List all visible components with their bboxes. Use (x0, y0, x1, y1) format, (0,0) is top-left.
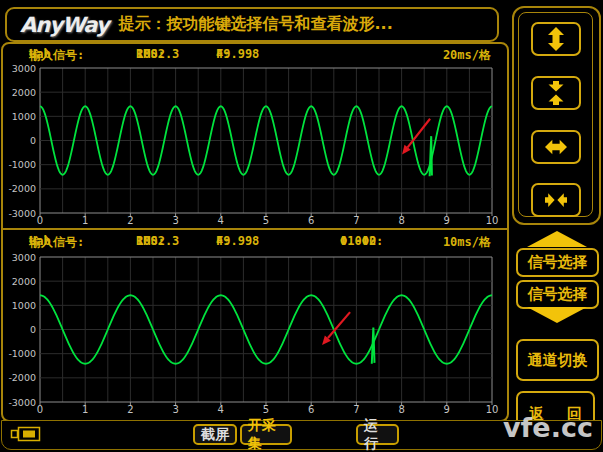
signal-select-up-button[interactable]: 信号选择 (516, 248, 599, 277)
horizontal-compress-button[interactable] (531, 183, 581, 217)
run-button[interactable]: 运行 (356, 424, 399, 445)
svg-text:9: 9 (444, 404, 450, 415)
signal-select-up-arrow-icon[interactable] (527, 231, 587, 247)
svg-text:1: 1 (82, 404, 88, 415)
run-label: 运行 (364, 417, 391, 452)
svg-text:1000: 1000 (12, 111, 36, 122)
svg-text:3000: 3000 (12, 252, 36, 263)
instrument-screen: AnyWay 提示：按功能键选择信号和查看波形... 输入信号:Uab RMS:… (0, 0, 603, 452)
svg-text:3: 3 (172, 215, 178, 226)
waveform-panel: 输入信号:Uab RMS:1002.3 F:49.998 20ms/格 0123… (1, 42, 509, 422)
svg-text:0: 0 (30, 324, 36, 335)
svg-text:9: 9 (444, 215, 450, 226)
svg-text:10: 10 (486, 215, 499, 226)
svg-text:7: 7 (353, 404, 359, 415)
svg-text:3: 3 (172, 404, 178, 415)
vertical-expand-button[interactable] (531, 22, 581, 56)
svg-text:3000: 3000 (12, 63, 36, 74)
header-bar: AnyWay 提示：按功能键选择信号和查看波形... (5, 7, 499, 42)
expand-horizontal-icon (543, 136, 569, 158)
timebase-value: 10ms/格 (443, 234, 491, 251)
svg-text:10: 10 (486, 404, 499, 415)
expand-vertical-icon (544, 27, 568, 51)
svg-text:-3000: -3000 (8, 397, 36, 408)
svg-text:2: 2 (127, 215, 133, 226)
screenshot-label: 截屏 (201, 426, 229, 444)
vertical-compress-button[interactable] (531, 76, 581, 110)
chart1-info-bar: 输入信号:Uab RMS:1002.3 F:49.998 20ms/格 (3, 47, 507, 63)
svg-text:2000: 2000 (12, 276, 36, 287)
svg-text:1000: 1000 (12, 300, 36, 311)
signal-select-up-label: 信号选择 (528, 253, 588, 272)
anyway-logo: AnyWay (20, 13, 109, 37)
chart-divider (3, 228, 507, 230)
svg-text:-1000: -1000 (8, 348, 36, 359)
start-acquisition-label: 开采集 (248, 417, 284, 452)
compress-horizontal-icon (543, 189, 569, 211)
screenshot-button[interactable]: 截屏 (193, 424, 237, 445)
svg-text:-3000: -3000 (8, 208, 36, 219)
svg-text:5: 5 (263, 215, 269, 226)
svg-text:4: 4 (218, 404, 224, 415)
signal-select-down-arrow-icon[interactable] (527, 307, 587, 323)
signal-select-down-label: 信号选择 (528, 285, 588, 304)
svg-text:0: 0 (30, 135, 36, 146)
chart2-info-bar: 输入信号:Uab RMS:1002.3 F:49.998 Φ1-Φ2:0.000… (3, 234, 507, 250)
signal-select-down-button[interactable]: 信号选择 (516, 280, 599, 309)
vfe-watermark: vfe.cc (503, 412, 593, 443)
svg-text:6: 6 (308, 215, 314, 226)
svg-text:4: 4 (218, 215, 224, 226)
channel-switch-button[interactable]: 通道切换 (516, 339, 599, 381)
start-acquisition-button[interactable]: 开采集 (240, 424, 292, 445)
channel-switch-label: 通道切换 (528, 351, 588, 370)
svg-text:7: 7 (353, 215, 359, 226)
svg-text:-1000: -1000 (8, 159, 36, 170)
svg-text:-2000: -2000 (8, 372, 36, 383)
svg-text:5: 5 (263, 404, 269, 415)
svg-text:8: 8 (398, 404, 404, 415)
waveform-chart-1: 0123456789103000200010000-1000-2000-3000 (3, 62, 507, 228)
hint-message: 提示：按功能键选择信号和查看波形... (119, 14, 393, 35)
svg-text:-2000: -2000 (8, 183, 36, 194)
svg-text:2000: 2000 (12, 87, 36, 98)
svg-text:1: 1 (82, 215, 88, 226)
compress-vertical-icon (544, 81, 568, 105)
svg-text:0: 0 (37, 215, 43, 226)
svg-text:0: 0 (37, 404, 43, 415)
usb-icon (10, 426, 44, 442)
svg-text:6: 6 (308, 404, 314, 415)
waveform-chart-2: 0123456789103000200010000-1000-2000-3000 (3, 250, 507, 418)
horizontal-expand-button[interactable] (531, 130, 581, 164)
svg-text:8: 8 (398, 215, 404, 226)
svg-text:2: 2 (127, 404, 133, 415)
